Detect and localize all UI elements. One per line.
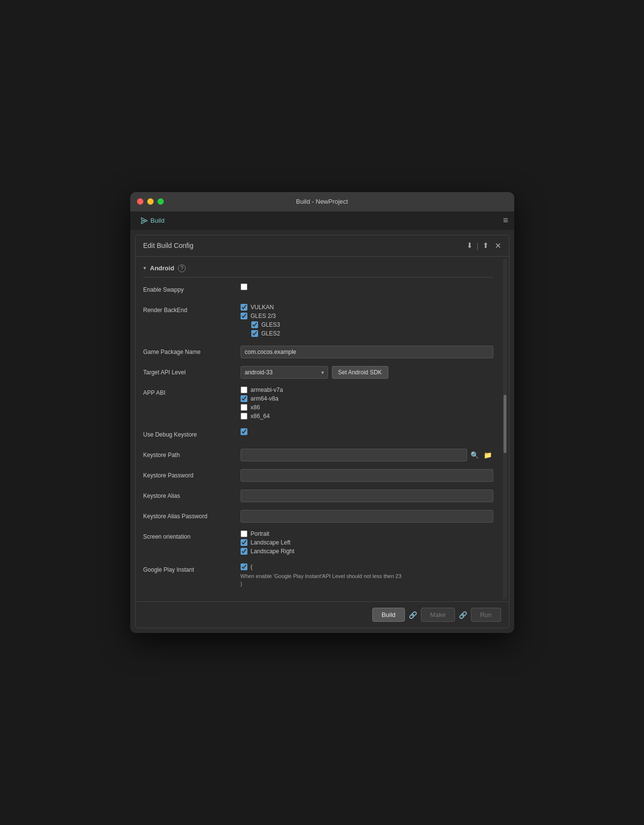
close-button[interactable] [137,198,143,205]
nav-bar: Build ≡ [130,211,514,230]
panel-body: ▾ Android ? Enable Swappy Render BackEnd [136,257,509,602]
gles3-label: GLES3 [261,321,280,328]
landscape-left-item: Landscape Left [241,539,493,546]
divider: | [477,242,479,250]
x86-label: x86 [251,404,260,411]
screen-orientation-label: Screen orientation [143,530,241,541]
target-api-level-label: Target API Level [143,366,241,377]
scrollbar-thumb[interactable] [504,395,506,453]
use-debug-keystore-checkbox[interactable] [241,428,247,435]
x86-64-item: x86_64 [241,413,493,420]
vulkan-item: VULKAN [241,304,493,311]
android-section-header: ▾ Android ? [143,262,493,278]
arm64-v8a-item: arm64-v8a [241,395,493,402]
panel-header-actions: ⬇ | ⬆ ✕ [467,241,501,250]
scrollbar[interactable] [503,259,507,600]
render-backend-row: Render BackEnd VULKAN GLES 2/3 GLES3 [143,304,493,339]
build-button[interactable]: Build [372,608,405,622]
keystore-path-input[interactable] [241,449,467,461]
use-debug-keystore-row: Use Debug Keystore [143,428,493,442]
keystore-alias-password-input[interactable] [241,510,493,523]
gles23-item: GLES 2/3 [241,313,493,319]
enable-swappy-label: Enable Swappy [143,283,241,294]
gles2-checkbox[interactable] [251,330,258,337]
google-play-instant-control: ( When enable 'Google Play Instant'API L… [241,563,493,587]
keystore-alias-password-control [241,510,493,523]
portrait-label: Portrait [251,530,270,537]
landscape-right-item: Landscape Right [241,548,493,555]
app-abi-label: APP ABI [143,386,241,397]
portrait-checkbox[interactable] [241,530,247,537]
gles3-item: GLES3 [251,321,493,328]
gles2-label: GLES2 [261,330,280,337]
armeabi-v7a-item: armeabi-v7a [241,386,493,393]
x86-item: x86 [241,404,493,411]
render-backend-label: Render BackEnd [143,304,241,315]
landscape-left-checkbox[interactable] [241,539,247,546]
target-api-level-control: android-33 android-32 android-31 android… [241,366,493,379]
keystore-password-input[interactable] [241,469,493,482]
use-debug-keystore-label: Use Debug Keystore [143,428,241,439]
panel-header: Edit Build Config ⬇ | ⬆ ✕ [136,235,509,257]
android-section-title: Android [150,264,174,272]
panel-footer: Build 🔗 Make 🔗 Run [136,601,509,628]
x86-checkbox[interactable] [241,404,247,411]
vulkan-checkbox[interactable] [241,304,247,311]
landscape-right-checkbox[interactable] [241,548,247,555]
android-chevron-icon[interactable]: ▾ [143,265,146,271]
landscape-right-label: Landscape Right [251,548,295,555]
arm64-v8a-checkbox[interactable] [241,395,247,402]
run-button[interactable]: Run [471,608,501,622]
enable-swappy-row: Enable Swappy [143,283,493,297]
gles3-checkbox[interactable] [251,321,258,328]
menu-icon[interactable]: ≡ [503,215,508,226]
armeabi-v7a-checkbox[interactable] [241,386,247,393]
use-debug-keystore-control [241,428,493,437]
app-abi-row: APP ABI armeabi-v7a arm64-v8a x86 [143,386,493,421]
gles2-item: GLES2 [251,330,493,337]
target-api-level-row: Target API Level android-33 android-32 a… [143,366,493,380]
x86-64-checkbox[interactable] [241,413,247,420]
keystore-password-control [241,469,493,482]
google-play-instant-open-paren: ( [251,563,253,570]
google-play-instant-info: When enable 'Google Play Instant'API Lev… [241,572,493,580]
title-bar: Build - NewProject [130,192,514,211]
screen-orientation-row: Screen orientation Portrait Landscape Le… [143,530,493,557]
target-api-level-select-row: android-33 android-32 android-31 android… [241,366,493,379]
keystore-alias-label: Keystore Alias [143,490,241,500]
keystore-alias-input[interactable] [241,490,493,502]
game-package-name-row: Game Package Name [143,346,493,359]
keystore-search-icon[interactable]: 🔍 [469,450,480,460]
portrait-item: Portrait [241,530,493,537]
google-play-instant-close-paren: ) [241,581,493,587]
enable-swappy-checkbox[interactable] [241,283,247,290]
x86-64-label: x86_64 [251,413,270,420]
close-icon[interactable]: ✕ [495,241,501,250]
minimize-button[interactable] [147,198,154,205]
keystore-folder-icon[interactable]: 📁 [482,450,493,460]
keystore-alias-control [241,490,493,502]
panel-title: Edit Build Config [143,242,194,249]
arm64-v8a-label: arm64-v8a [251,395,278,402]
game-package-name-input[interactable] [241,346,493,358]
api-level-select-wrapper: android-33 android-32 android-31 android… [241,366,328,379]
google-play-instant-checkbox[interactable] [241,563,247,570]
keystore-path-row: Keystore Path 🔍 📁 [143,449,493,462]
traffic-lights [137,198,164,205]
set-android-sdk-button[interactable]: Set Android SDK [332,366,388,379]
gles23-checkbox[interactable] [241,313,247,319]
build-tab-icon [141,217,148,224]
keystore-password-label: Keystore Password [143,469,241,480]
export-icon[interactable]: ⬆ [483,241,489,250]
make-link-icon: 🔗 [459,611,467,619]
android-help-icon[interactable]: ? [178,264,186,272]
make-button[interactable]: Make [421,608,455,622]
keystore-path-label: Keystore Path [143,449,241,459]
google-play-instant-label: Google Play Instant [143,563,241,574]
api-level-select[interactable]: android-33 android-32 android-31 android… [241,366,328,379]
build-tab[interactable]: Build [136,215,170,226]
maximize-button[interactable] [157,198,164,205]
import-icon[interactable]: ⬇ [467,241,473,250]
edit-build-config-panel: Edit Build Config ⬇ | ⬆ ✕ ▾ Android ? En… [135,235,509,629]
render-backend-control: VULKAN GLES 2/3 GLES3 GLES2 [241,304,493,339]
